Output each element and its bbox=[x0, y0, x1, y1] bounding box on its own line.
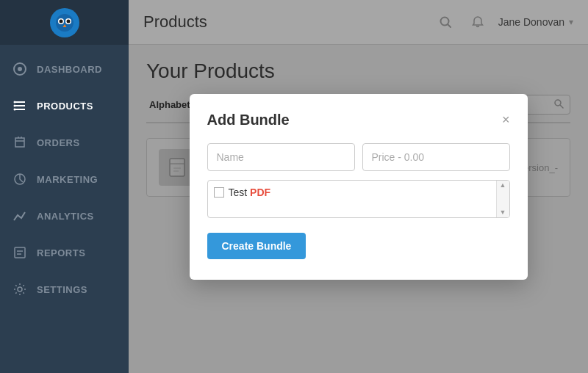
modal-close-button[interactable]: × bbox=[502, 113, 510, 126]
analytics-icon bbox=[12, 208, 28, 224]
select-inner: Test PDF bbox=[208, 181, 509, 204]
sidebar-navigation: DASHBOARD PRODUCTS ORDERS MARKETING bbox=[0, 45, 129, 308]
products-icon bbox=[12, 98, 28, 114]
sidebar-item-settings-label: SETTINGS bbox=[37, 284, 87, 295]
sidebar-logo bbox=[0, 0, 129, 45]
sidebar-item-products[interactable]: PRODUCTS bbox=[0, 87, 129, 124]
scrollbar-down-arrow[interactable]: ▼ bbox=[500, 209, 506, 216]
scrollbar-up-arrow[interactable]: ▲ bbox=[500, 182, 506, 189]
marketing-icon bbox=[12, 171, 28, 187]
dashboard-icon bbox=[12, 61, 28, 77]
modal-overlay: Add Bundle × Test PDF ▲ ▼ Create Bundle bbox=[129, 0, 588, 373]
sidebar-item-reports[interactable]: REPORTS bbox=[0, 234, 129, 271]
svg-point-8 bbox=[18, 67, 22, 71]
orders-icon bbox=[12, 134, 28, 151]
svg-point-10 bbox=[14, 105, 16, 107]
sidebar-item-marketing-label: MARKETING bbox=[37, 174, 98, 185]
select-item-checkbox[interactable] bbox=[214, 187, 224, 198]
modal-fields bbox=[207, 143, 510, 171]
sidebar-item-orders-label: ORDERS bbox=[37, 137, 80, 148]
svg-point-9 bbox=[14, 101, 16, 104]
app-logo-icon bbox=[50, 8, 79, 37]
modal-header: Add Bundle × bbox=[207, 112, 510, 128]
select-item-label: Test PDF bbox=[229, 186, 271, 198]
sidebar: DASHBOARD PRODUCTS ORDERS MARKETING bbox=[0, 0, 129, 373]
add-bundle-modal: Add Bundle × Test PDF ▲ ▼ Create Bundle bbox=[190, 94, 528, 280]
sidebar-item-analytics-label: ANALYTICS bbox=[37, 211, 94, 222]
sidebar-item-marketing[interactable]: MARKETING bbox=[0, 161, 129, 198]
main-content: Products Jane Donovan ▾ Your Products Al… bbox=[129, 0, 588, 373]
bundle-products-select[interactable]: Test PDF ▲ ▼ bbox=[207, 180, 510, 218]
svg-point-11 bbox=[14, 109, 16, 111]
modal-title: Add Bundle bbox=[207, 112, 290, 128]
sidebar-item-dashboard[interactable]: DASHBOARD bbox=[0, 51, 129, 87]
bundle-name-input[interactable] bbox=[207, 143, 355, 171]
sidebar-item-orders[interactable]: ORDERS bbox=[0, 124, 129, 161]
select-scrollbar: ▲ ▼ bbox=[496, 181, 509, 217]
svg-rect-13 bbox=[15, 247, 25, 258]
sidebar-item-reports-label: REPORTS bbox=[37, 247, 85, 258]
sidebar-item-products-label: PRODUCTS bbox=[37, 101, 93, 112]
settings-icon bbox=[12, 281, 28, 297]
svg-point-5 bbox=[66, 19, 70, 23]
bundle-price-input[interactable] bbox=[362, 143, 510, 171]
sidebar-item-settings[interactable]: SETTINGS bbox=[0, 271, 129, 308]
sidebar-item-dashboard-label: DASHBOARD bbox=[37, 64, 102, 75]
reports-icon bbox=[12, 245, 28, 261]
sidebar-item-analytics[interactable]: ANALYTICS bbox=[0, 198, 129, 234]
svg-point-14 bbox=[18, 287, 22, 291]
create-bundle-button[interactable]: Create Bundle bbox=[207, 233, 306, 259]
svg-point-4 bbox=[59, 19, 62, 23]
